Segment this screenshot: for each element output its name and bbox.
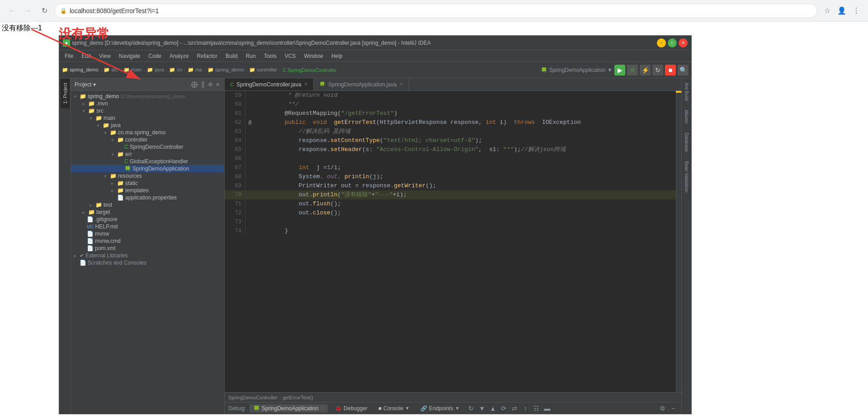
tree-scratches[interactable]: 📄 Scratches and Consoles xyxy=(71,259,224,266)
minimize-button[interactable]: − xyxy=(657,38,666,47)
debug-ctrl-step3[interactable]: ↕ xyxy=(521,404,530,413)
project-action-collapse[interactable]: ‖ xyxy=(200,80,206,89)
tree-err-folder[interactable]: ▼ 📁 err xyxy=(71,151,224,158)
debug-ctrl-frames[interactable]: ☷ xyxy=(532,404,541,413)
tree-help-md[interactable]: MD HELP.md xyxy=(71,223,224,230)
reload-button2[interactable]: ↻ xyxy=(652,65,663,76)
right-tab-database[interactable]: Database xyxy=(683,128,690,156)
debug-ctrl-threads[interactable]: ▬ xyxy=(542,404,552,413)
menu-file[interactable]: File xyxy=(61,52,77,60)
tree-java[interactable]: ▼ 📁 java xyxy=(71,122,224,129)
tree-cn-ma-spring[interactable]: ▼ 📁 cn.ma.spring_demo xyxy=(71,129,224,136)
debug-controls: ↻ ▼ ▲ ⟳ ⇄ ↕ ☷ ▬ xyxy=(467,404,552,413)
project-action-close[interactable]: ✕ xyxy=(215,80,221,89)
endpoints-dropdown[interactable]: ▼ xyxy=(455,406,459,411)
menu-window[interactable]: Window xyxy=(300,52,327,60)
sidebar-tab-project[interactable]: 1: Project xyxy=(61,78,70,108)
code-line-59: 59 * @return void xyxy=(225,91,676,100)
debug-ctrl-step[interactable]: ⟳ xyxy=(499,404,508,413)
menu-view[interactable]: View xyxy=(95,52,114,60)
debug-minimize-btn[interactable]: − xyxy=(669,404,678,413)
back-button[interactable]: ← xyxy=(5,5,18,17)
debug-ctrl-step2[interactable]: ⇄ xyxy=(510,404,519,413)
bc-java: 📁 java xyxy=(147,67,164,73)
tree-target[interactable]: ► 📁 target xyxy=(71,208,224,216)
menu-edit[interactable]: Edit xyxy=(78,52,94,60)
bc-controller: 📁 controller xyxy=(249,67,277,73)
debug-ctrl-resume[interactable]: ▼ xyxy=(477,404,486,413)
tree-springdemocontroller[interactable]: C SpringDemoController xyxy=(71,143,224,151)
bookmark-button[interactable]: ☆ xyxy=(821,5,834,17)
right-tab-bean[interactable]: Bean Validation xyxy=(683,156,690,197)
tree-pom[interactable]: 📄 pom.xml xyxy=(71,245,224,252)
code-line-74: 74 } xyxy=(225,227,676,236)
tree-main[interactable]: ▼ 📁 main xyxy=(71,114,224,122)
debug-settings-btn[interactable]: ⚙ xyxy=(658,404,667,413)
tree-templates[interactable]: ► 📁 templates xyxy=(71,187,224,194)
tree-resources[interactable]: ▼ 📁 resources xyxy=(71,172,224,180)
right-tab-ant[interactable]: Ant Build xyxy=(683,78,690,105)
tree-spring-demo-root[interactable]: ▼ 📁 spring_demo D:\develop\idea\spring_d… xyxy=(71,93,224,100)
tree-static[interactable]: ► 📁 static xyxy=(71,180,224,187)
menu-help[interactable]: Help xyxy=(328,52,346,60)
debugger-tab[interactable]: 🐞 Debugger xyxy=(331,404,371,412)
tab-close-controller[interactable]: ✕ xyxy=(304,81,308,87)
debugger-icon: 🐞 xyxy=(335,405,342,412)
menu-analyze[interactable]: Analyze xyxy=(166,52,193,60)
tab-spring-controller[interactable]: C SpringDemoController.java ✕ xyxy=(225,78,314,90)
tree-springdemoapplication[interactable]: 🍀 SpringDemoApplication xyxy=(71,165,224,172)
bc-ma: 📁 ma xyxy=(188,67,202,73)
stop-button[interactable]: ■ xyxy=(665,65,676,76)
console-dropdown[interactable]: ▼ xyxy=(405,406,410,411)
url-text: localhost:8080/getErrorTest?i=1 xyxy=(70,7,159,14)
right-tab-maven[interactable]: Maven xyxy=(683,105,690,128)
menu-code[interactable]: Code xyxy=(145,52,165,60)
code-line-67: 67 int j =1/i; xyxy=(225,163,676,172)
tree-app-properties[interactable]: 📄 application.properties xyxy=(71,194,224,201)
tab-spring-application[interactable]: 🍀 SpringDemoApplication.java ✕ xyxy=(314,78,409,90)
tab-close-application[interactable]: ✕ xyxy=(399,81,403,87)
project-action-add[interactable]: ⨁ xyxy=(190,80,198,89)
debug-tab-close[interactable]: ✕ xyxy=(320,405,324,411)
menu-build[interactable]: Build xyxy=(222,52,241,60)
profile-button[interactable]: 👤 xyxy=(835,5,848,17)
editor-area: C SpringDemoController.java ✕ 🍀 SpringDe… xyxy=(225,78,681,414)
debug-button[interactable]: 🀙 xyxy=(627,65,638,76)
tree-mvnw[interactable]: 📄 mvnw xyxy=(71,230,224,237)
menu-navigate[interactable]: Navigate xyxy=(115,52,144,60)
close-button[interactable]: ✕ xyxy=(679,38,688,47)
debug-ctrl-restart[interactable]: ↻ xyxy=(467,404,476,413)
reload-button[interactable]: ↻ xyxy=(38,5,51,17)
forward-button[interactable]: → xyxy=(22,5,34,17)
code-editor[interactable]: 59 * @return void 60 **/ 61 @ xyxy=(225,91,676,392)
search-button[interactable]: 🔍 xyxy=(678,65,689,76)
menu-refactor[interactable]: Refactor xyxy=(193,52,221,60)
menu-tools[interactable]: Tools xyxy=(260,52,280,60)
console-tab[interactable]: ■ Console ▼ xyxy=(375,404,413,412)
endpoints-label: Endpoints xyxy=(429,405,453,412)
menu-button[interactable]: ⋮ xyxy=(850,5,863,17)
tree-gitignore[interactable]: 📄 .gitignore xyxy=(71,216,224,223)
tree-globalexceptionhandler[interactable]: C GlobalExceptionHandler xyxy=(71,158,224,165)
menu-vcs[interactable]: VCS xyxy=(281,52,300,60)
tree-mvnw-cmd[interactable]: 📄 mvnw.cmd xyxy=(71,237,224,245)
code-line-64: 64 response.setContentType("text/html; c… xyxy=(225,136,676,145)
endpoints-tab[interactable]: 🔗 Endpoints ▼ xyxy=(417,404,463,412)
debug-app-tab[interactable]: 🍀 SpringDemoApplication ✕ xyxy=(250,404,328,412)
debugger-label: Debugger xyxy=(344,405,368,412)
menu-run[interactable]: Run xyxy=(242,52,259,60)
project-panel-header: Project ▾ ⨁ ‖ ⚙ ✕ xyxy=(71,78,224,91)
ide-breadcrumb: 📁 spring_demo › 📁 src › 📁 main › 📁 java … xyxy=(62,67,540,73)
overlay-no-exception: 没有异常 xyxy=(59,25,109,43)
debug-ctrl-stop[interactable]: ▲ xyxy=(488,404,497,413)
tree-test[interactable]: ► 📁 test xyxy=(71,201,224,208)
tree-src[interactable]: ▼ 📁 src xyxy=(71,107,224,114)
build-button[interactable]: ⚡ xyxy=(640,65,651,76)
address-bar[interactable]: 🔒 localhost:8080/getErrorTest?i=1 xyxy=(54,4,817,18)
tree-external-libs[interactable]: ► ✔ External Libraries xyxy=(71,252,224,259)
tree-controller-folder[interactable]: ▼ 📁 controller xyxy=(71,136,224,143)
maximize-button[interactable]: □ xyxy=(668,38,677,47)
run-button[interactable]: ▶ xyxy=(614,65,625,76)
project-action-settings[interactable]: ⚙ xyxy=(208,80,213,89)
tree-mvn[interactable]: ► 📁 .mvn xyxy=(71,100,224,107)
